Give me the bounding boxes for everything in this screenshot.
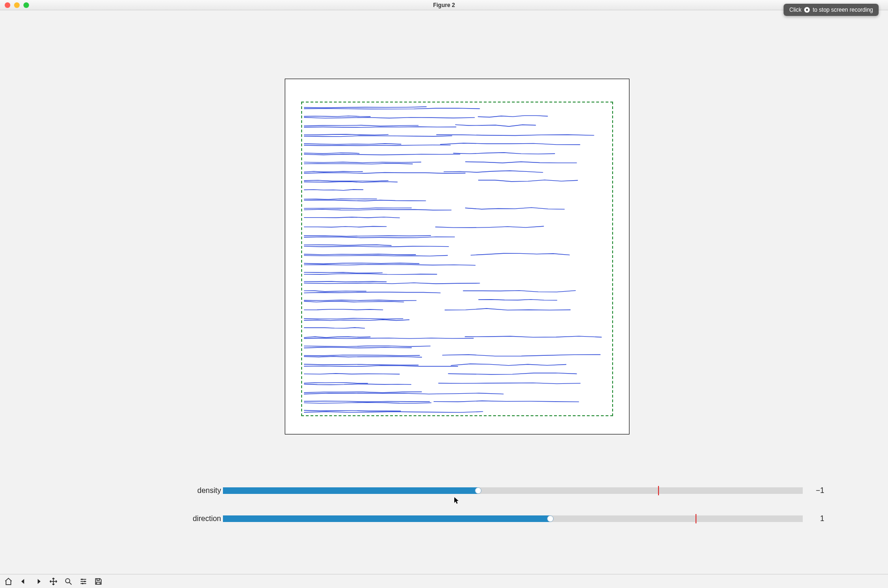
streamline-plot xyxy=(302,103,612,415)
screen-recording-tooltip[interactable]: Click to stop screen recording xyxy=(784,4,879,16)
direction-slider-fill xyxy=(223,515,550,522)
direction-slider-label: direction xyxy=(186,514,221,523)
density-slider-mark xyxy=(658,486,659,495)
back-button[interactable] xyxy=(16,575,31,588)
forward-button[interactable] xyxy=(31,575,46,588)
direction-slider[interactable] xyxy=(223,515,803,522)
pan-button[interactable] xyxy=(46,575,61,588)
density-slider-thumb[interactable] xyxy=(475,487,481,494)
direction-slider-thumb[interactable] xyxy=(547,515,554,522)
density-slider-fill xyxy=(223,487,478,494)
density-slider-label: density xyxy=(186,486,221,495)
matplotlib-toolbar xyxy=(0,574,888,588)
sliders-icon xyxy=(79,577,88,586)
tooltip-prefix: Click xyxy=(789,7,801,13)
configure-button[interactable] xyxy=(76,575,91,588)
direction-slider-value: 1 xyxy=(810,514,824,523)
close-icon[interactable] xyxy=(5,2,10,8)
plot-axes xyxy=(285,79,629,434)
density-slider-row: density −1 xyxy=(186,486,828,495)
direction-slider-row: direction 1 xyxy=(186,514,828,523)
density-slider[interactable] xyxy=(223,487,803,494)
svg-point-1 xyxy=(81,579,83,580)
move-icon xyxy=(49,577,58,586)
home-button[interactable] xyxy=(1,575,16,588)
svg-point-2 xyxy=(84,581,86,582)
density-slider-value: −1 xyxy=(810,486,824,495)
svg-point-0 xyxy=(66,579,70,583)
minimize-icon[interactable] xyxy=(14,2,20,8)
direction-slider-mark xyxy=(696,514,696,523)
left-arrow-icon xyxy=(19,577,28,586)
window-title: Figure 2 xyxy=(433,2,455,8)
figure-canvas: density −1 direction 1 xyxy=(0,10,888,574)
zoom-icon xyxy=(64,577,73,586)
home-icon xyxy=(4,577,13,586)
window-titlebar: Figure 2 xyxy=(0,0,888,10)
slider-panel: density −1 direction 1 xyxy=(186,486,828,542)
zoom-window-icon[interactable] xyxy=(23,2,29,8)
stop-recording-icon xyxy=(804,7,810,13)
save-button[interactable] xyxy=(91,575,106,588)
svg-point-3 xyxy=(82,583,83,584)
save-icon xyxy=(94,577,103,586)
tooltip-suffix: to stop screen recording xyxy=(813,7,873,13)
zoom-button[interactable] xyxy=(61,575,76,588)
plot-bbox xyxy=(301,102,613,416)
window-controls[interactable] xyxy=(5,2,29,8)
right-arrow-icon xyxy=(34,577,43,586)
